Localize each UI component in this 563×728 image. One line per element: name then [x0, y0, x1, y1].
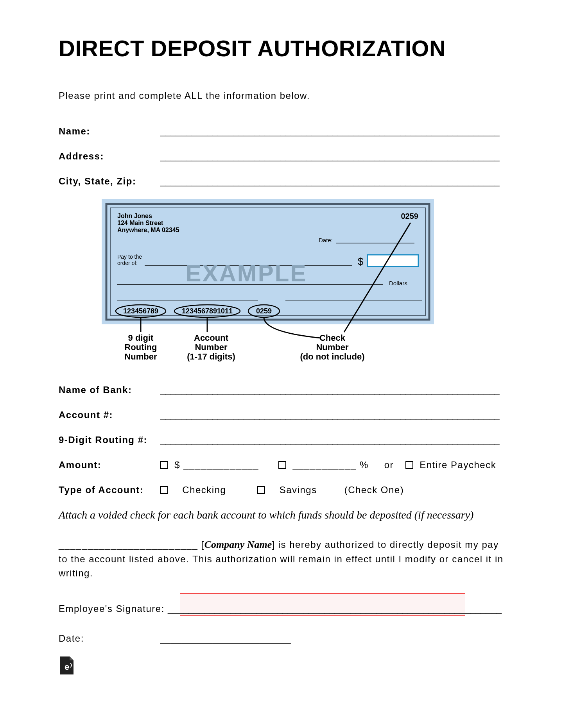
name-line[interactable]: ________________________________________… [160, 124, 500, 138]
svg-text:Account: Account [194, 333, 229, 343]
account-line[interactable]: ________________________________________… [160, 408, 500, 422]
page-title: DIRECT DEPOSIT AUTHORIZATION [59, 35, 504, 61]
svg-text:Anywhere, MA 02345: Anywhere, MA 02345 [117, 227, 179, 233]
instruction-text: Please print and complete ALL the inform… [59, 89, 504, 103]
or-text: or [384, 458, 394, 472]
svg-text:EXAMPLE: EXAMPLE [185, 260, 307, 286]
svg-text:0259: 0259 [256, 307, 272, 315]
date-row: Date: _________________________ [59, 631, 504, 646]
field-amount: Amount: $ _____________ ___________ % or… [59, 458, 504, 472]
svg-text:(do not include): (do not include) [300, 352, 365, 361]
address-label: Address: [59, 149, 160, 163]
routing-label: 9-Digit Routing #: [59, 433, 160, 447]
svg-text:order of:: order of: [117, 260, 138, 266]
company-name-placeholder[interactable]: Company Name [204, 539, 272, 550]
svg-text:Number: Number [195, 342, 228, 352]
field-bank: Name of Bank: __________________________… [59, 383, 504, 397]
savings-label: Savings [280, 485, 317, 495]
svg-text:0259: 0259 [401, 212, 419, 220]
svg-text:Date:: Date: [319, 237, 333, 243]
signature-label: Employee's Signature: [59, 602, 165, 616]
svg-text:Check: Check [319, 333, 346, 343]
percent-blank[interactable]: ___________ % [292, 460, 368, 470]
checkbox-percent[interactable] [278, 461, 286, 469]
svg-text:$: $ [358, 256, 364, 267]
checking-label: Checking [182, 485, 226, 495]
signature-row: Employee's Signature: __________________… [59, 602, 504, 616]
field-name: Name: __________________________________… [59, 124, 504, 138]
field-address: Address: _______________________________… [59, 149, 504, 163]
date-line[interactable]: _________________________ [160, 631, 291, 646]
field-account: Account #: _____________________________… [59, 408, 504, 422]
account-label: Account #: [59, 408, 160, 422]
example-check-illustration: John Jones 124 Main Street Anywhere, MA … [102, 199, 504, 367]
routing-line[interactable]: ________________________________________… [160, 433, 500, 447]
checkbox-dollar[interactable] [160, 461, 168, 469]
authorization-paragraph: ________________________ [Company Name] … [59, 537, 504, 580]
amount-label: Amount: [59, 458, 160, 472]
date-label: Date: [59, 631, 160, 646]
field-csz: City, State, Zip: ______________________… [59, 174, 504, 188]
svg-text:124 Main Street: 124 Main Street [117, 220, 163, 226]
svg-text:Number: Number [124, 352, 157, 361]
csz-line[interactable]: ________________________________________… [160, 174, 500, 188]
signature-line[interactable]: ________________________________________… [168, 602, 502, 616]
svg-text:9 digit: 9 digit [128, 333, 154, 343]
svg-text:Pay to the: Pay to the [117, 254, 142, 260]
footer-logo-icon: e [59, 656, 504, 676]
svg-text:1234567891011: 1234567891011 [182, 307, 233, 315]
dollar-blank[interactable]: $ _____________ [174, 460, 259, 470]
checkbox-savings[interactable] [257, 486, 265, 494]
svg-text:123456789: 123456789 [123, 307, 158, 315]
field-routing: 9-Digit Routing #: _____________________… [59, 433, 504, 447]
svg-text:John Jones: John Jones [117, 213, 152, 219]
svg-rect-13 [368, 255, 418, 267]
entire-label: Entire Paycheck [420, 460, 496, 470]
check-one-label: (Check One) [344, 483, 404, 497]
svg-text:Routing: Routing [124, 342, 157, 352]
csz-label: City, State, Zip: [59, 174, 160, 188]
field-type: Type of Account: Checking Savings (Check… [59, 483, 504, 497]
svg-text:Number: Number [316, 342, 349, 352]
type-label: Type of Account: [59, 483, 160, 497]
checkbox-checking[interactable] [160, 486, 168, 494]
svg-text:(1-17 digits): (1-17 digits) [187, 352, 235, 361]
voided-instruction: Attach a voided check for each bank acco… [59, 509, 504, 521]
svg-text:e: e [65, 662, 69, 672]
checkbox-entire[interactable] [405, 461, 413, 469]
bank-label: Name of Bank: [59, 383, 160, 397]
name-label: Name: [59, 124, 160, 138]
address-line[interactable]: ________________________________________… [160, 149, 500, 163]
svg-text:Dollars: Dollars [389, 280, 407, 286]
bank-line[interactable]: ________________________________________… [160, 383, 500, 397]
